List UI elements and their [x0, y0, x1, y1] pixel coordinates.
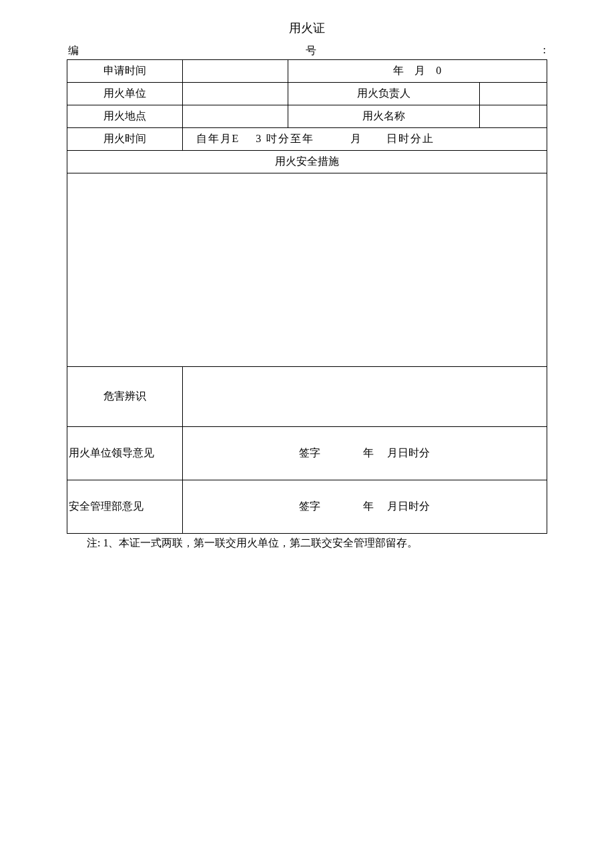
label-fire-name: 用火名称 [288, 105, 480, 128]
fire-permit-table: 申请时间 年 月 0 用火单位 用火负责人 用火地点 用火名称 用火时间 自年月… [67, 59, 547, 534]
value-hazard [182, 367, 547, 427]
value-unit-leader-opinion: 签字 年 月日时分 [182, 427, 547, 480]
serial-number-row: 编 号 : [67, 44, 547, 58]
row-safety-dept-opinion: 安全管理部意见 签字 年 月日时分 [67, 480, 547, 534]
label-safety-dept-opinion: 安全管理部意见 [67, 480, 183, 534]
document-title: 用火证 [67, 20, 547, 36]
row-unit-leader-opinion: 用火单位领导意见 签字 年 月日时分 [67, 427, 547, 480]
row-hazard: 危害辨识 [67, 367, 547, 427]
value-safety-dept-opinion: 签字 年 月日时分 [182, 480, 547, 534]
value-fire-unit [182, 83, 288, 105]
row-safety-header: 用火安全措施 [67, 151, 547, 173]
label-fire-time: 用火时间 [67, 128, 183, 151]
label-fire-location: 用火地点 [67, 105, 183, 128]
row-fire-location: 用火地点 用火名称 [67, 105, 547, 128]
value-apply-time-blank [182, 60, 288, 83]
text-zero: 0 [436, 65, 441, 76]
value-safety-measures [67, 173, 547, 367]
text-month: 月 [414, 65, 425, 76]
value-fire-responsible [480, 83, 547, 105]
label-fire-unit: 用火单位 [67, 83, 183, 105]
value-fire-name [480, 105, 547, 128]
footnote: 注: 1、本证一式两联，第一联交用火单位，第二联交安全管理部留存。 [67, 536, 547, 550]
text-year: 年 [393, 65, 404, 76]
value-apply-date: 年 月 0 [288, 60, 547, 83]
row-fire-time: 用火时间 自年月E 3 吋分至年 月 日时分止 [67, 128, 547, 151]
row-fire-unit: 用火单位 用火负责人 [67, 83, 547, 105]
serial-right: : [543, 44, 546, 58]
value-fire-location [182, 105, 288, 128]
label-safety-measures: 用火安全措施 [67, 151, 547, 173]
serial-mid: 号 [306, 44, 316, 58]
label-fire-responsible: 用火负责人 [288, 83, 480, 105]
label-hazard: 危害辨识 [67, 367, 183, 427]
row-safety-body [67, 173, 547, 367]
row-apply-time: 申请时间 年 月 0 [67, 60, 547, 83]
value-fire-time: 自年月E 3 吋分至年 月 日时分止 [182, 128, 547, 151]
label-apply-time: 申请时间 [67, 60, 183, 83]
label-unit-leader-opinion: 用火单位领导意见 [67, 427, 183, 480]
serial-left: 编 [68, 44, 79, 58]
